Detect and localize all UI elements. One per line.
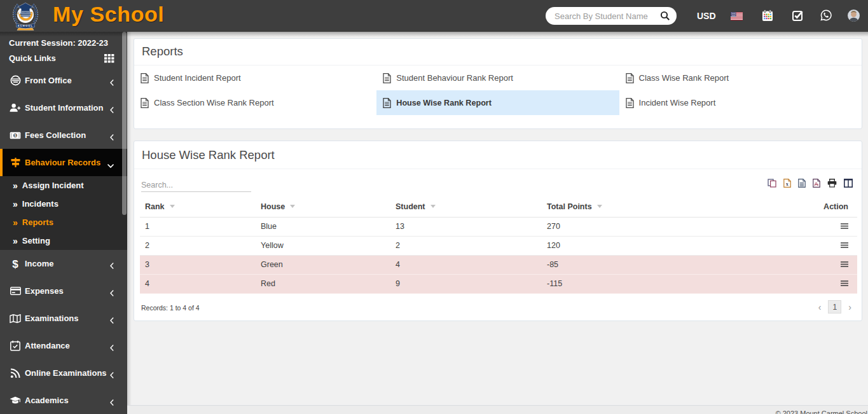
svg-text:$: $ bbox=[12, 258, 18, 270]
svg-text:SCHOOL: SCHOOL bbox=[18, 24, 33, 27]
svg-text:$: $ bbox=[14, 133, 17, 137]
svg-text:x: x bbox=[786, 181, 789, 187]
